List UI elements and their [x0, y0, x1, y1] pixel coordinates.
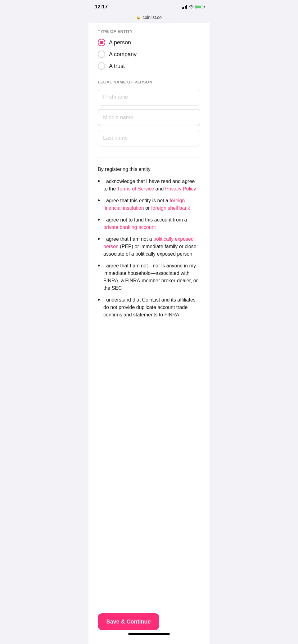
address-bar: 🔒 coinlist.co — [88, 14, 210, 23]
private-banking-account-link[interactable]: private banking account — [103, 225, 156, 230]
legal-name-label: LEGAL NAME OF PERSON — [98, 80, 200, 84]
radio-a-person[interactable]: A person — [98, 39, 200, 46]
radio-circle-company — [98, 51, 105, 58]
bullet-5 — [98, 265, 100, 266]
agreement-item-3: I agree not to fund this account from a … — [98, 216, 200, 231]
main-content: TYPE OF ENTITY A person A company A trus… — [88, 23, 210, 636]
agreements-section: By registering this entity I acknowledge… — [98, 167, 200, 319]
bullet-1 — [98, 180, 100, 182]
agreement-item-5: I agree that I am not—nor is anyone in m… — [98, 262, 200, 292]
home-indicator — [128, 633, 170, 635]
agreement-text-1: I acknowledge that I have read and agree… — [103, 178, 200, 193]
bullet-3 — [98, 219, 100, 221]
agreement-item-6: I understand that CoinList and its affil… — [98, 296, 200, 319]
type-of-entity-label: TYPE OF ENTITY — [98, 29, 200, 34]
radio-label-person: A person — [109, 39, 131, 46]
legal-name-section: LEGAL NAME OF PERSON — [98, 80, 200, 150]
status-icons — [182, 5, 204, 9]
agreement-item-4: I agree that I am not a politically expo… — [98, 235, 200, 258]
radio-circle-person — [98, 39, 105, 46]
agreement-text-4: I agree that I am not a politically expo… — [103, 235, 200, 258]
url-text: coinlist.co — [142, 15, 161, 20]
bullet-4 — [98, 238, 100, 240]
agreement-text-6: I understand that CoinList and its affil… — [103, 296, 200, 319]
section-divider — [98, 158, 200, 158]
status-bar: 12:17 — [88, 0, 210, 14]
agreements-list: I acknowledge that I have read and agree… — [98, 178, 200, 319]
type-of-entity-section: TYPE OF ENTITY A person A company A trus… — [98, 29, 200, 70]
save-continue-button[interactable]: Save & Continue — [98, 613, 159, 630]
agreement-text-2: I agree that this entity is not a foreig… — [103, 197, 200, 212]
bottom-bar: Save & Continue — [88, 608, 210, 644]
lock-icon: 🔒 — [136, 16, 141, 20]
entity-radio-group: A person A company A trust — [98, 39, 200, 70]
middle-name-input[interactable] — [98, 109, 200, 126]
last-name-input[interactable] — [98, 130, 200, 146]
radio-inner-person — [100, 41, 103, 44]
agreements-intro: By registering this entity — [98, 167, 200, 172]
radio-circle-trust — [98, 62, 105, 70]
radio-a-trust[interactable]: A trust — [98, 62, 200, 70]
first-name-input[interactable] — [98, 89, 200, 105]
agreement-text-5: I agree that I am not—nor is anyone in m… — [103, 262, 200, 292]
radio-label-company: A company — [109, 51, 137, 58]
foreign-shell-bank-link[interactable]: foreign shell bank — [151, 205, 190, 211]
terms-of-service-link[interactable]: Terms of Service — [117, 186, 154, 191]
politically-exposed-person-link[interactable]: politically exposed person — [103, 236, 194, 249]
radio-label-trust: A trust — [109, 63, 125, 69]
privacy-policy-link[interactable]: Privacy Policy — [165, 186, 196, 191]
bullet-2 — [98, 199, 100, 201]
agreement-item-1: I acknowledge that I have read and agree… — [98, 178, 200, 193]
wifi-icon — [189, 5, 194, 9]
radio-a-company[interactable]: A company — [98, 51, 200, 58]
agreement-item-2: I agree that this entity is not a foreig… — [98, 197, 200, 212]
battery-icon — [196, 5, 203, 9]
signal-icon — [182, 5, 187, 9]
status-time: 12:17 — [95, 4, 108, 10]
agreement-text-3: I agree not to fund this account from a … — [103, 216, 200, 231]
bullet-6 — [98, 299, 100, 301]
